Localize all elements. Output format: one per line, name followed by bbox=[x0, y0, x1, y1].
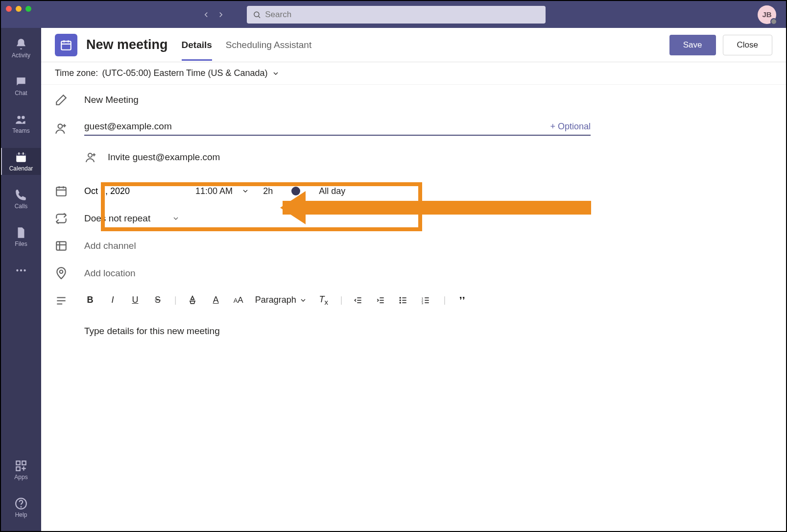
file-icon bbox=[15, 226, 27, 239]
rail-label: Teams bbox=[12, 127, 29, 134]
add-person-icon bbox=[55, 122, 68, 135]
svg-point-3 bbox=[22, 116, 25, 119]
rail-label: Activity bbox=[12, 52, 30, 59]
svg-point-8 bbox=[16, 269, 18, 271]
invite-suggestion-dropdown: Invite guest@example.com bbox=[53, 144, 230, 171]
save-button[interactable]: Save bbox=[669, 35, 716, 55]
rail-activity[interactable]: Activity bbox=[1, 35, 41, 62]
title-input[interactable]: New Meeting bbox=[84, 95, 139, 105]
toolbar-separator: | bbox=[340, 295, 343, 305]
calendar-badge-icon bbox=[55, 34, 77, 56]
nav-back-icon[interactable] bbox=[202, 10, 211, 19]
main-content: New meeting Details Scheduling Assistant… bbox=[41, 28, 786, 531]
indent-button[interactable] bbox=[376, 295, 387, 305]
strike-button[interactable]: S bbox=[152, 295, 164, 305]
highlight-button[interactable] bbox=[188, 295, 199, 305]
search-input[interactable] bbox=[265, 10, 540, 20]
nav-forward-icon[interactable] bbox=[216, 10, 225, 19]
tab-details[interactable]: Details bbox=[182, 29, 212, 61]
paragraph-label: Paragraph bbox=[255, 295, 296, 305]
repeat-value: Does not repeat bbox=[84, 213, 150, 224]
svg-rect-24 bbox=[56, 187, 66, 195]
font-size-button[interactable]: AA bbox=[233, 295, 244, 305]
rail-more[interactable] bbox=[1, 261, 41, 280]
rail-calendar[interactable]: Calendar bbox=[0, 148, 41, 175]
toolbar-separator: | bbox=[443, 295, 446, 305]
search-box[interactable] bbox=[247, 6, 546, 24]
close-window-dot[interactable] bbox=[6, 6, 12, 12]
details-textarea[interactable]: Type details for this new meeting bbox=[84, 326, 591, 337]
rail-teams[interactable]: Teams bbox=[1, 110, 41, 137]
location-row[interactable]: Add location bbox=[55, 267, 591, 280]
rail-help[interactable]: Help bbox=[1, 494, 41, 521]
tabs: Details Scheduling Assistant bbox=[182, 29, 312, 61]
tab-scheduling[interactable]: Scheduling Assistant bbox=[226, 29, 311, 61]
svg-rect-16 bbox=[61, 41, 71, 49]
repeat-icon bbox=[55, 212, 68, 225]
svg-rect-12 bbox=[22, 461, 26, 465]
optional-attendees-link[interactable]: + Optional bbox=[550, 121, 591, 132]
page-title: New meeting bbox=[86, 37, 168, 52]
channel-placeholder: Add channel bbox=[84, 241, 136, 251]
rail-label: Calls bbox=[15, 203, 28, 210]
window-controls bbox=[6, 6, 31, 12]
timezone-value: (UTC-05:00) Eastern Time (US & Canada) bbox=[102, 68, 267, 78]
maximize-window-dot[interactable] bbox=[25, 6, 31, 12]
svg-point-41 bbox=[400, 297, 401, 298]
svg-rect-5 bbox=[16, 153, 26, 155]
svg-point-15 bbox=[21, 507, 21, 507]
rail-label: Help bbox=[15, 511, 27, 518]
svg-point-23 bbox=[88, 153, 92, 157]
minimize-window-dot[interactable] bbox=[16, 6, 22, 12]
close-button[interactable]: Close bbox=[723, 35, 772, 55]
outdent-button[interactable] bbox=[353, 295, 365, 305]
channel-row[interactable]: Add channel bbox=[55, 240, 591, 252]
rich-text-toolbar: B I U S | A AA Paragraph Tx | bbox=[84, 294, 468, 306]
rail-label: Files bbox=[15, 241, 27, 247]
invite-suggestion-item[interactable]: Invite guest@example.com bbox=[80, 147, 225, 167]
bold-button[interactable]: B bbox=[84, 295, 96, 305]
more-icon bbox=[15, 264, 27, 277]
details-icon bbox=[55, 294, 68, 307]
underline-button[interactable]: U bbox=[129, 295, 141, 305]
channel-icon bbox=[55, 240, 68, 252]
meeting-form: New Meeting guest@example.com + Optional… bbox=[41, 85, 604, 345]
allday-toggle[interactable] bbox=[291, 187, 300, 195]
avatar[interactable]: JB bbox=[758, 5, 776, 24]
svg-rect-13 bbox=[16, 467, 20, 471]
rail-label: Chat bbox=[15, 90, 27, 97]
svg-rect-11 bbox=[16, 461, 20, 465]
svg-point-31 bbox=[60, 270, 63, 274]
add-person-icon bbox=[85, 151, 97, 163]
duration-value[interactable]: 2h bbox=[263, 186, 273, 196]
number-list-button[interactable]: 123 bbox=[421, 295, 432, 305]
rail-calls[interactable]: Calls bbox=[1, 186, 41, 213]
datetime-row: Oct 7, 2020 11:00 AM 2h All day bbox=[55, 185, 591, 197]
quote-button[interactable]: ❜❜ bbox=[456, 295, 468, 306]
page-header: New meeting Details Scheduling Assistant… bbox=[41, 28, 786, 62]
repeat-row[interactable]: Does not repeat bbox=[55, 212, 591, 225]
italic-button[interactable]: I bbox=[107, 295, 119, 305]
attendee-input[interactable]: guest@example.com + Optional bbox=[84, 121, 591, 136]
rail-files[interactable]: Files bbox=[1, 223, 41, 250]
timezone-row[interactable]: Time zone: (UTC-05:00) Eastern Time (US … bbox=[41, 62, 786, 85]
calendar-icon bbox=[15, 151, 27, 164]
rail-apps[interactable]: Apps bbox=[1, 457, 41, 484]
avatar-initials: JB bbox=[762, 10, 771, 19]
text-color-button[interactable]: A bbox=[210, 295, 222, 305]
chat-icon bbox=[15, 75, 27, 88]
clear-format-button[interactable]: Tx bbox=[318, 294, 330, 306]
paragraph-dropdown[interactable]: Paragraph bbox=[255, 295, 307, 305]
bullet-list-button[interactable] bbox=[398, 295, 410, 305]
attendee-value: guest@example.com bbox=[84, 121, 172, 132]
svg-point-20 bbox=[58, 124, 63, 128]
rail-chat[interactable]: Chat bbox=[1, 73, 41, 99]
svg-line-1 bbox=[259, 16, 260, 18]
details-row: B I U S | A AA Paragraph Tx | bbox=[55, 294, 591, 307]
left-rail: Activity Chat Teams Calendar Calls Files… bbox=[1, 28, 41, 531]
location-icon bbox=[55, 267, 68, 280]
timezone-label: Time zone: bbox=[55, 68, 98, 78]
date-picker[interactable]: Oct 7, 2020 bbox=[84, 186, 130, 196]
apps-icon bbox=[15, 459, 27, 472]
time-picker[interactable]: 11:00 AM bbox=[195, 186, 233, 196]
